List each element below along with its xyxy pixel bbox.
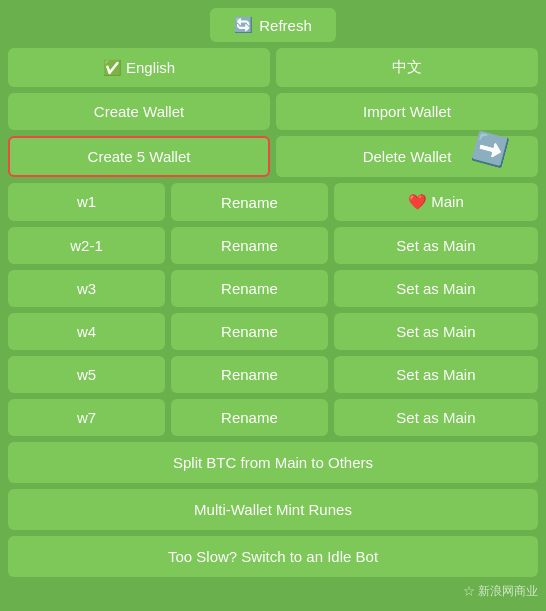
rename-button[interactable]: Rename (171, 183, 328, 221)
wallet-name: w3 (8, 270, 165, 307)
wallet-name: w4 (8, 313, 165, 350)
split-btc-button[interactable]: Split BTC from Main to Others (8, 442, 538, 483)
rename-button[interactable]: Rename (171, 399, 328, 436)
rename-button[interactable]: Rename (171, 227, 328, 264)
delete-wallet-button[interactable]: Delete Wallet (276, 136, 538, 177)
set-as-main-button[interactable]: Set as Main (334, 270, 538, 307)
wallet-name: w1 (8, 183, 165, 221)
create5-wallet-button[interactable]: Create 5 Wallet (8, 136, 270, 177)
set-as-main-button[interactable]: Set as Main (334, 313, 538, 350)
refresh-label: Refresh (259, 17, 312, 34)
import-wallet-button[interactable]: Import Wallet (276, 93, 538, 130)
wallet-name: w2-1 (8, 227, 165, 264)
refresh-icon: 🔄 (234, 16, 253, 34)
wallet-list: w1Rename❤️ Mainw2-1RenameSet as Mainw3Re… (8, 183, 538, 436)
mint-runes-button[interactable]: Multi-Wallet Mint Runes (8, 489, 538, 530)
main-badge: ❤️ Main (334, 183, 538, 221)
set-as-main-button[interactable]: Set as Main (334, 227, 538, 264)
create-wallet-button[interactable]: Create Wallet (8, 93, 270, 130)
table-row: w1Rename❤️ Main (8, 183, 538, 221)
rename-button[interactable]: Rename (171, 270, 328, 307)
set-as-main-button[interactable]: Set as Main (334, 356, 538, 393)
table-row: w7RenameSet as Main (8, 399, 538, 436)
english-button[interactable]: ✅ English (8, 48, 270, 87)
idle-bot-button[interactable]: Too Slow? Switch to an Idle Bot (8, 536, 538, 577)
refresh-button[interactable]: 🔄 Refresh (210, 8, 336, 42)
table-row: w5RenameSet as Main (8, 356, 538, 393)
wallet-name: w7 (8, 399, 165, 436)
wallet-name: w5 (8, 356, 165, 393)
table-row: w3RenameSet as Main (8, 270, 538, 307)
set-as-main-button[interactable]: Set as Main (334, 399, 538, 436)
rename-button[interactable]: Rename (171, 313, 328, 350)
watermark: ☆ 新浪网商业 (8, 583, 538, 600)
chinese-button[interactable]: 中文 (276, 48, 538, 87)
table-row: w2-1RenameSet as Main (8, 227, 538, 264)
rename-button[interactable]: Rename (171, 356, 328, 393)
table-row: w4RenameSet as Main (8, 313, 538, 350)
